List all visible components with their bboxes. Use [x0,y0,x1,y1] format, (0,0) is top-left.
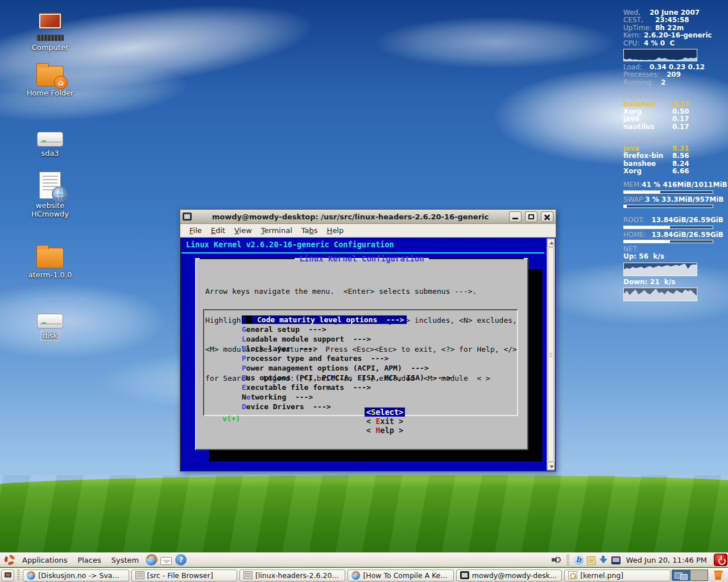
gnome-bottom-panel: [Diskusjon.no -> Sva... [src - File Brow… [0,568,728,582]
workspace-switcher[interactable] [672,569,708,581]
desktop-icon-label: disk [40,331,60,340]
menu-item-bus-options[interactable]: Bus options (PCI, PCMCIA, EISA, MCA, ISA… [204,373,517,383]
menu-item-block-layer[interactable]: Block layer ---> [204,344,517,354]
logout-button[interactable] [714,554,727,566]
proc-row: nautilus0.17 [623,123,723,131]
display-tray-icon[interactable] [611,556,621,564]
net-down-graph [623,288,697,301]
menu-help[interactable]: Help [322,225,349,236]
scrollbar-thumb[interactable] [548,247,554,462]
gnome-top-panel: Applications Places System ? b Wed Jun 2… [0,552,728,567]
menu-view[interactable]: View [230,225,257,236]
desktop-icon-label: website HCmowdy [22,201,78,218]
desktop-icon-home-folder[interactable]: ⌂ Home Folder [22,57,78,97]
highest-cpu-title: Highest CPU: [623,93,723,100]
menu-edit[interactable]: Edit [206,225,230,236]
system-menu[interactable]: System [106,556,144,564]
dialog-title-row: Linux Kernel Configuration [200,253,524,264]
terminal-screen[interactable]: Linux Kernel v2.6.20-16-generic Configur… [180,238,556,471]
taskbar-item-file-browser-src[interactable]: [src - File Browser] [131,569,237,581]
folder-icon [36,248,64,268]
menu-item-processor[interactable]: Processor type and features ---> [204,354,517,363]
menu-terminal[interactable]: Terminal [257,225,297,236]
select-button[interactable]: <Select> [365,408,405,417]
menu-file[interactable]: File [185,225,206,236]
help-button[interactable]: < Help > [366,426,403,435]
desktop-icon-sda3[interactable]: sda3 [22,117,78,157]
volume-icon[interactable] [552,555,562,564]
desktop-icon-aterm[interactable]: aterm-1.0.0 [22,239,78,279]
exit-button[interactable]: < Exit > [366,417,403,426]
applications-menu[interactable]: Applications [17,556,72,564]
taskbar-item-image-viewer[interactable]: [kernel.png] [564,569,670,581]
desktop-icon-label: sda3 [22,149,78,157]
firefox-launcher-icon[interactable] [146,554,157,566]
places-menu[interactable]: Places [72,556,106,564]
desktop-icon-website[interactable]: website HCmowdy [22,169,78,218]
scroll-down-arrow[interactable] [547,462,555,470]
panel-clock[interactable]: Wed Jun 20, 11:46 PM [626,556,707,564]
desktop-wallpaper: Computer ⌂ Home Folder sda3 website HCmo… [0,0,728,582]
taskbar-item-firefox-howto[interactable]: [How To Compile A Ke... [348,569,453,581]
net-down-label: Down: 21 k/s [623,278,723,286]
ubuntu-logo-icon[interactable] [5,555,15,565]
load-row: Load:0.34 0.23 0.12 [623,64,723,71]
desktop-icon-label: Computer [22,43,78,52]
proc-row: firefox-bin8.56 [623,152,723,160]
proc-row: banshee8.24 [623,160,723,168]
maximize-icon [528,214,534,219]
menu-item-code-maturity[interactable]: Code maturity level options ---> [204,315,517,325]
taskbar-item-file-browser-headers[interactable]: [linux-headers-2.6.20... [239,569,345,581]
desktop-icon-disk[interactable]: disk [22,299,78,340]
time-row: CEST,23:45:58 [623,16,723,24]
menu-item-loadable-modules[interactable]: Loadable module support ---> [204,334,517,344]
taskbar-item-terminal[interactable]: mowdy@mowdy-desk... [456,569,562,581]
cloud [375,17,614,68]
panel-drag-handle[interactable] [17,569,20,581]
home-row: HOME:13.84GiB/26.59GiB [623,231,723,239]
download-tray-icon[interactable] [599,555,608,564]
window-titlebar[interactable]: mowdy@mowdy-desktop: /usr/src/linux-head… [180,210,556,224]
help-launcher-icon[interactable]: ? [175,554,187,566]
home-meter [623,240,713,243]
terminal-menubar: File Edit View Terminal Tabs Help [180,224,556,238]
desktop-icon-label: Home Folder [22,89,78,97]
panel-separator [566,555,569,565]
trash-icon[interactable] [713,569,723,581]
menu-item-power-mgmt[interactable]: Power management options (ACPI, APM) ---… [204,363,517,373]
notes-tray-icon[interactable] [586,556,595,565]
desktop-icon-computer[interactable]: Computer [22,11,78,52]
system-monitor-widget: Wed,20 June 2007 CEST,23:45:58 UpTime:8h… [623,9,723,304]
terminal-icon [460,571,469,579]
drive-icon [37,314,63,329]
file-manager-icon [135,571,144,579]
globe-icon [52,186,67,202]
taskbar-item-firefox-diskusjon[interactable]: [Diskusjon.no -> Sva... [23,569,129,581]
terminal-icon [183,213,192,221]
maximize-button[interactable] [525,211,537,222]
system-tray: b Wed Jun 20, 11:46 PM [552,554,728,566]
firefox-icon [351,571,360,580]
workspace-1[interactable] [672,570,690,580]
menu-item-general-setup[interactable]: General setup ---> [204,325,517,334]
bluetooth-tray-icon[interactable]: b [574,555,584,565]
menu-tabs[interactable]: Tabs [297,225,322,236]
processes-row: Processes:209 [623,71,723,78]
highest-mem-title: Highest MEM: [623,137,723,144]
proc-row: java9.31 [623,145,723,152]
dialog-buttons: <Select> < Exit > < Help > [196,398,527,444]
net-up-label: Up: 56 k/s [623,253,723,260]
date-row: Wed,20 June 2007 [623,9,723,16]
kernel-row: Kern:2.6.20-16-generic [623,32,723,39]
desktop-icon-label: aterm-1.0.0 [22,271,78,279]
close-button[interactable] [541,211,553,222]
workspace-2[interactable] [690,570,708,580]
window-title: mowdy@mowdy-desktop: /usr/src/linux-head… [195,213,506,221]
terminal-scrollbar[interactable] [547,238,555,471]
show-desktop-button[interactable] [1,569,14,581]
menu-item-executable-formats[interactable]: Executable file formats ---> [204,383,517,392]
scroll-up-arrow[interactable] [547,239,555,247]
cpu-row: CPU:4 % 0 C [623,40,723,47]
minimize-button[interactable] [509,211,522,222]
mail-launcher-icon[interactable] [160,557,172,565]
